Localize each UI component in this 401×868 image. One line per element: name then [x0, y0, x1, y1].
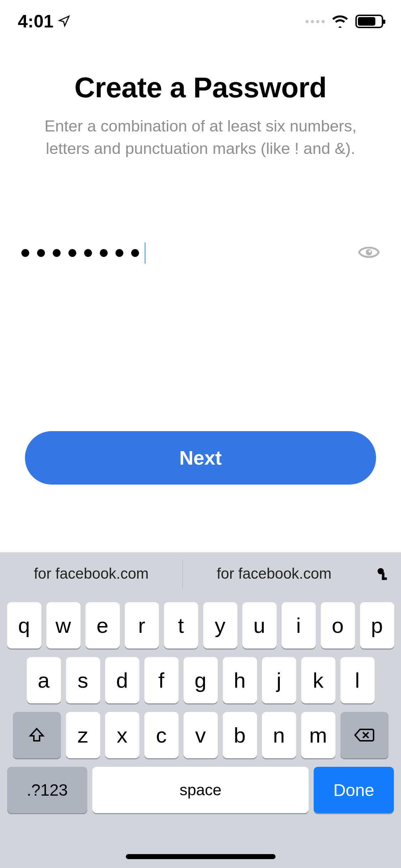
key-r[interactable]: r: [125, 602, 159, 649]
key-a[interactable]: a: [27, 657, 61, 703]
key-y[interactable]: y: [203, 602, 237, 649]
next-button[interactable]: Next: [25, 431, 376, 485]
keyboard-rows: qwertyuiop asdfghjkl zxcvbnm .?123 space…: [0, 595, 401, 829]
battery-icon: [355, 15, 383, 28]
key-z[interactable]: z: [66, 712, 100, 758]
key-m[interactable]: m: [301, 712, 335, 758]
keyboard-row-2: asdfghjkl: [4, 657, 397, 703]
passwords-key-icon[interactable]: [365, 566, 401, 581]
status-left: 4:01: [18, 11, 71, 32]
keyboard-row-3: zxcvbnm: [4, 712, 397, 758]
autofill-suggestion-1[interactable]: for facebook.com: [0, 552, 182, 595]
location-icon: [58, 11, 71, 32]
keyboard-row-1: qwertyuiop: [4, 602, 397, 649]
key-u[interactable]: u: [242, 602, 277, 649]
home-indicator[interactable]: [126, 854, 276, 859]
key-v[interactable]: v: [184, 712, 218, 758]
key-g[interactable]: g: [184, 657, 218, 703]
shift-key[interactable]: [13, 712, 61, 758]
main-content: Create a Password Enter a combination of…: [0, 57, 401, 160]
svg-point-0: [366, 249, 372, 255]
space-key[interactable]: space: [92, 767, 309, 813]
key-n[interactable]: n: [262, 712, 296, 758]
wifi-icon: [331, 14, 349, 29]
svg-rect-4: [382, 578, 387, 580]
cellular-dots-icon: [305, 20, 325, 23]
show-password-icon[interactable]: [358, 244, 380, 262]
key-q[interactable]: q: [7, 602, 41, 649]
key-p[interactable]: p: [360, 602, 394, 649]
password-input[interactable]: [21, 242, 145, 264]
status-right: [305, 14, 383, 29]
key-f[interactable]: f: [144, 657, 179, 703]
key-e[interactable]: e: [86, 602, 120, 649]
password-field-row: [21, 242, 380, 264]
status-time: 4:01: [18, 11, 53, 32]
key-w[interactable]: w: [46, 602, 81, 649]
key-s[interactable]: s: [66, 657, 100, 703]
autofill-suggestion-2[interactable]: for facebook.com: [183, 552, 365, 595]
keyboard: for facebook.com for facebook.com qwerty…: [0, 552, 401, 868]
key-d[interactable]: d: [105, 657, 139, 703]
autofill-suggestion-bar: for facebook.com for facebook.com: [0, 552, 401, 595]
key-b[interactable]: b: [223, 712, 257, 758]
key-x[interactable]: x: [105, 712, 139, 758]
key-c[interactable]: c: [144, 712, 179, 758]
key-h[interactable]: h: [223, 657, 257, 703]
key-i[interactable]: i: [282, 602, 316, 649]
status-bar: 4:01: [0, 0, 401, 43]
keyboard-row-bottom: .?123 space Done: [4, 767, 397, 813]
svg-point-1: [369, 250, 371, 253]
key-l[interactable]: l: [340, 657, 375, 703]
page-subtitle: Enter a combination of at least six numb…: [21, 115, 380, 160]
page-title: Create a Password: [21, 71, 380, 104]
backspace-key[interactable]: [340, 712, 389, 758]
numbers-key[interactable]: .?123: [7, 767, 87, 813]
key-o[interactable]: o: [321, 602, 355, 649]
key-j[interactable]: j: [262, 657, 296, 703]
key-t[interactable]: t: [164, 602, 198, 649]
key-k[interactable]: k: [301, 657, 335, 703]
done-key[interactable]: Done: [314, 767, 394, 813]
